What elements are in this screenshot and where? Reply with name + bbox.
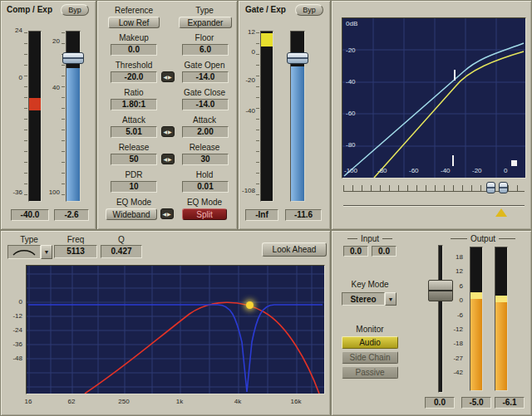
comp-attack-value[interactable]: 5.01 — [111, 126, 157, 138]
key-mode-dropdown[interactable]: Stereo ▼ — [342, 292, 397, 306]
gate-readout-left[interactable]: -Inf — [245, 209, 278, 221]
gate-open-value[interactable]: -14.0 — [182, 71, 229, 83]
gate-release-value[interactable]: 30 — [182, 154, 229, 165]
output-group-header: Output — [438, 234, 528, 243]
eq-y-label: 0 — [4, 298, 22, 306]
key-mode-label: Key Mode — [340, 280, 400, 289]
divider — [382, 238, 392, 239]
input-value-right[interactable]: 0.0 — [372, 246, 397, 257]
eq-mode-left-label: EQ Mode — [107, 198, 160, 207]
reference-label: Reference — [107, 6, 160, 15]
eq-frequency-handle[interactable] — [246, 301, 254, 309]
attack-link-spinner-icon[interactable]: ◀▶ — [161, 126, 175, 137]
eq-y-label: -48 — [4, 355, 22, 362]
pdr-label: PDR — [107, 170, 160, 179]
eq-x-label: 62 — [63, 398, 80, 405]
chevron-down-icon[interactable]: ▼ — [385, 292, 397, 306]
freq-value[interactable]: 5113 — [54, 245, 97, 258]
output-scale-label: -27 — [448, 355, 463, 362]
output-meter-fill — [495, 302, 507, 390]
reference-button[interactable]: Low Ref — [108, 17, 160, 28]
gate-bypass-button[interactable]: Byp — [295, 4, 323, 16]
gate-release-label: Release — [178, 143, 231, 152]
gate-close-value[interactable]: -14.0 — [182, 99, 229, 110]
monitor-audio-button[interactable]: Audio — [342, 336, 398, 349]
look-ahead-button[interactable]: Look Ahead — [262, 242, 327, 257]
monitor-label: Monitor — [342, 325, 398, 334]
monitor-passive-button[interactable]: Passive — [342, 366, 398, 379]
threshold-marker-top — [454, 70, 456, 81]
output-gain-readout[interactable]: 0.0 — [425, 397, 455, 409]
output-meter-readout-left[interactable]: -5.0 — [461, 397, 491, 409]
transfer-x-label: -100 — [344, 167, 357, 174]
gate-scale-label: -108 — [239, 187, 255, 194]
output-scale-label: 12 — [448, 267, 463, 275]
eq-mode-link-spinner-icon[interactable]: ◀▶ — [160, 208, 174, 219]
gate-scale-label: 0 — [239, 48, 255, 56]
output-meter-fill — [470, 299, 482, 390]
gate-scale-label: -40 — [239, 107, 255, 115]
freq-label: Freq — [54, 235, 97, 244]
transfer-x-label: -60 — [409, 167, 419, 174]
eq-x-label: 4k — [229, 398, 246, 405]
gate-attack-value[interactable]: 2.00 — [182, 126, 229, 138]
output-meter-peak-segment — [495, 296, 507, 302]
input-value-left[interactable]: 0.0 — [343, 246, 368, 257]
gate-attack-label: Attack — [178, 115, 231, 125]
eq-x-label: 16k — [286, 398, 306, 405]
eq-mode-split-button[interactable]: Split — [182, 208, 227, 220]
eq-graph — [26, 265, 325, 394]
q-value[interactable]: 0.427 — [101, 245, 142, 258]
monitor-side-chain-button[interactable]: Side Chain — [342, 351, 398, 364]
transfer-graph: 0dB -20 -40 -60 -80 -100 -80 -60 -40 -20… — [342, 17, 526, 179]
floor-value[interactable]: 6.0 — [182, 44, 229, 56]
range-slider-handle-left[interactable] — [486, 182, 495, 193]
transfer-y-label: -60 — [346, 110, 356, 117]
hold-label: Hold — [178, 170, 231, 179]
chevron-down-icon[interactable]: ▼ — [41, 245, 52, 259]
makeup-value[interactable]: 0.0 — [111, 44, 157, 56]
comp-scale-label: 0 — [6, 74, 22, 81]
output-meter-left — [470, 247, 483, 391]
gate-exp-panel: Gate / Exp Byp 12 0 -20 -40 -108 -Inf -1… — [238, 0, 331, 230]
marker-slider-handle[interactable] — [495, 208, 507, 217]
pdr-value[interactable]: 10 — [111, 181, 157, 193]
output-scale-label: -6 — [448, 311, 463, 319]
threshold-link-spinner-icon[interactable]: ◀▶ — [161, 71, 175, 82]
eq-mode-wideband-button[interactable]: Wideband — [106, 208, 157, 220]
ratio-value[interactable]: 1.80:1 — [111, 99, 157, 110]
hold-value[interactable]: 0.01 — [182, 181, 229, 193]
input-group-header: Input — [337, 234, 403, 243]
type-label: Type — [178, 6, 231, 15]
gate-scale-label: -20 — [239, 76, 255, 84]
comp-readout-left[interactable]: -40.0 — [11, 209, 49, 221]
eq-mode-right-label: EQ Mode — [178, 198, 231, 207]
comp-bypass-button[interactable]: Byp — [61, 4, 89, 16]
transfer-curve-panel: 0dB -20 -40 -60 -80 -100 -80 -60 -40 -20… — [331, 0, 532, 230]
comp-scale-label: 100 — [42, 188, 60, 196]
q-label: Q — [101, 235, 142, 244]
threshold-value[interactable]: -20.0 — [111, 71, 157, 83]
comp-panel-title: Comp / Exp — [7, 5, 52, 14]
gate-slider-handle[interactable] — [287, 52, 308, 64]
gate-readout-right[interactable]: -11.6 — [285, 209, 322, 221]
output-meter-right — [495, 247, 508, 391]
output-meter-readout-right[interactable]: -6.1 — [495, 397, 525, 409]
comp-slider-handle[interactable] — [62, 52, 84, 64]
eq-curves-svg — [27, 266, 324, 394]
comp-release-value[interactable]: 50 — [111, 154, 157, 165]
output-fader-track — [438, 245, 443, 393]
comp-scale-label: -36 — [6, 188, 22, 196]
filter-type-dropdown[interactable]: ▼ — [7, 245, 52, 259]
transfer-y-label: -80 — [346, 141, 356, 149]
type-button[interactable]: Expander — [179, 17, 232, 28]
output-fader-handle[interactable] — [428, 280, 453, 301]
eq-x-label: 16 — [20, 398, 37, 405]
transfer-y-label: -40 — [346, 78, 356, 86]
output-scale-label: -12 — [448, 325, 463, 333]
level-marker-square — [511, 160, 517, 166]
filter-type-label: Type — [6, 235, 52, 244]
comp-readout-right[interactable]: -2.6 — [54, 209, 89, 221]
range-slider-handle-right[interactable] — [499, 182, 508, 193]
release-link-spinner-icon[interactable]: ◀▶ — [161, 154, 175, 164]
